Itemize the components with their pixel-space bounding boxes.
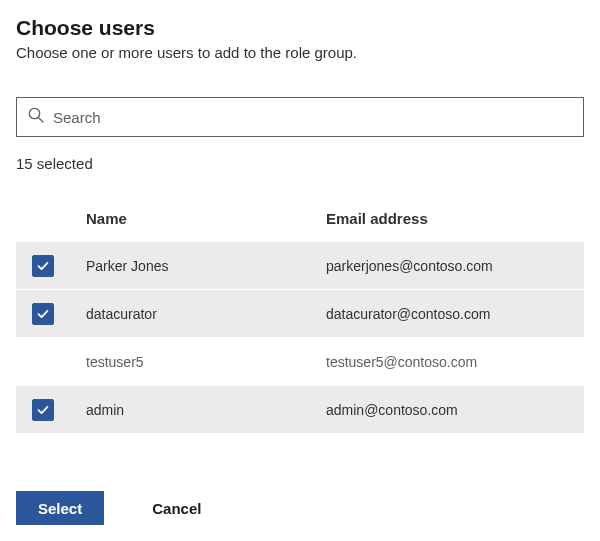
row-email: parkerjones@contoso.com — [326, 258, 584, 274]
row-name: datacurator — [86, 306, 326, 322]
dialog-footer: Select Cancel — [16, 491, 201, 525]
table-row[interactable]: datacuratordatacurator@contoso.com — [16, 289, 584, 337]
row-email: datacurator@contoso.com — [326, 306, 584, 322]
row-email: admin@contoso.com — [326, 402, 584, 418]
table-row[interactable]: adminadmin@contoso.com — [16, 385, 584, 433]
column-header-email[interactable]: Email address — [326, 210, 584, 227]
column-header-name[interactable]: Name — [86, 210, 326, 227]
select-button[interactable]: Select — [16, 491, 104, 525]
page-subtitle: Choose one or more users to add to the r… — [16, 44, 584, 61]
search-input[interactable] — [45, 109, 573, 126]
selected-count: 15 selected — [16, 155, 584, 172]
table-row[interactable]: testuser5testuser5@contoso.com — [16, 337, 584, 385]
cancel-button[interactable]: Cancel — [152, 500, 201, 517]
row-name: testuser5 — [86, 354, 326, 370]
row-checkbox[interactable] — [32, 303, 54, 325]
row-checkbox[interactable] — [32, 399, 54, 421]
search-icon — [27, 106, 45, 128]
page-title: Choose users — [16, 16, 584, 40]
row-name: admin — [86, 402, 326, 418]
row-name: Parker Jones — [86, 258, 326, 274]
table-row[interactable]: Parker Jonesparkerjones@contoso.com — [16, 241, 584, 289]
search-box[interactable] — [16, 97, 584, 137]
row-email: testuser5@contoso.com — [326, 354, 584, 370]
table-header: Name Email address — [16, 200, 584, 241]
row-checkbox[interactable] — [32, 255, 54, 277]
svg-line-1 — [39, 118, 44, 123]
